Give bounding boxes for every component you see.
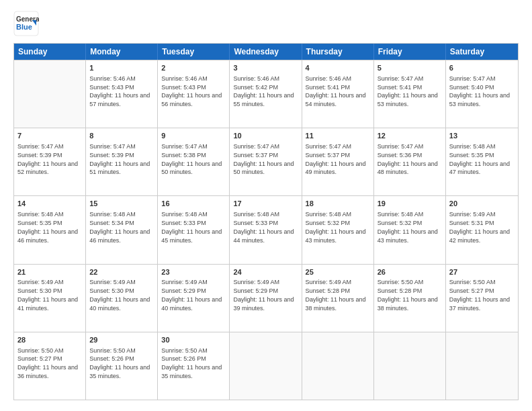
day-number: 6 <box>449 63 515 73</box>
day-number: 1 <box>89 63 154 73</box>
cal-cell-18: 18 Sunrise: 5:48 AMSunset: 5:32 PMDaylig… <box>302 196 374 263</box>
cal-cell-2: 2 Sunrise: 5:46 AMSunset: 5:43 PMDayligh… <box>158 60 230 128</box>
cal-cell-15: 15 Sunrise: 5:48 AMSunset: 5:34 PMDaylig… <box>86 196 158 263</box>
cell-info: Sunrise: 5:46 AMSunset: 5:42 PMDaylight:… <box>233 75 294 107</box>
cell-info: Sunrise: 5:47 AMSunset: 5:39 PMDaylight:… <box>17 143 78 175</box>
cal-row-2: 14 Sunrise: 5:48 AMSunset: 5:35 PMDaylig… <box>14 195 518 263</box>
day-number: 27 <box>449 267 515 277</box>
cell-info: Sunrise: 5:47 AMSunset: 5:38 PMDaylight:… <box>161 143 222 175</box>
cell-info: Sunrise: 5:50 AMSunset: 5:27 PMDaylight:… <box>449 279 510 311</box>
cal-cell-empty <box>14 60 86 128</box>
calendar-page: General Blue SundayMondayTuesdayWednesda… <box>0 0 532 411</box>
cal-cell-empty <box>302 332 374 400</box>
day-number: 18 <box>306 199 370 209</box>
header-day-sunday: Sunday <box>14 44 86 60</box>
cal-cell-21: 21 Sunrise: 5:49 AMSunset: 5:30 PMDaylig… <box>14 265 86 332</box>
cal-cell-empty <box>374 332 446 400</box>
cell-info: Sunrise: 5:48 AMSunset: 5:32 PMDaylight:… <box>378 211 438 243</box>
day-number: 22 <box>89 267 154 277</box>
cal-cell-19: 19 Sunrise: 5:48 AMSunset: 5:32 PMDaylig… <box>374 196 446 263</box>
header-day-monday: Monday <box>86 44 158 60</box>
day-number: 8 <box>89 131 154 141</box>
cell-info: Sunrise: 5:49 AMSunset: 5:28 PMDaylight:… <box>306 279 366 311</box>
day-number: 26 <box>378 267 442 277</box>
header-day-tuesday: Tuesday <box>158 44 230 60</box>
cell-info: Sunrise: 5:50 AMSunset: 5:26 PMDaylight:… <box>161 347 222 379</box>
cell-info: Sunrise: 5:48 AMSunset: 5:35 PMDaylight:… <box>17 211 78 243</box>
calendar-header: SundayMondayTuesdayWednesdayThursdayFrid… <box>14 44 518 60</box>
day-number: 4 <box>306 63 370 73</box>
cal-cell-13: 13 Sunrise: 5:48 AMSunset: 5:35 PMDaylig… <box>446 128 518 195</box>
header-day-wednesday: Wednesday <box>230 44 302 60</box>
cell-info: Sunrise: 5:46 AMSunset: 5:43 PMDaylight:… <box>161 75 222 107</box>
day-number: 16 <box>161 199 226 209</box>
cal-cell-26: 26 Sunrise: 5:50 AMSunset: 5:28 PMDaylig… <box>374 265 446 332</box>
cell-info: Sunrise: 5:48 AMSunset: 5:34 PMDaylight:… <box>89 211 150 243</box>
day-number: 3 <box>233 63 298 73</box>
cal-cell-1: 1 Sunrise: 5:46 AMSunset: 5:43 PMDayligh… <box>86 60 158 128</box>
cell-info: Sunrise: 5:49 AMSunset: 5:30 PMDaylight:… <box>89 279 150 311</box>
day-number: 20 <box>449 199 515 209</box>
cal-row-0: 1 Sunrise: 5:46 AMSunset: 5:43 PMDayligh… <box>14 60 518 128</box>
logo-icon: General Blue <box>13 11 39 36</box>
day-number: 19 <box>378 199 442 209</box>
cal-cell-29: 29 Sunrise: 5:50 AMSunset: 5:26 PMDaylig… <box>86 332 158 400</box>
cell-info: Sunrise: 5:48 AMSunset: 5:32 PMDaylight:… <box>306 211 366 243</box>
day-number: 24 <box>233 267 298 277</box>
cal-cell-28: 28 Sunrise: 5:50 AMSunset: 5:27 PMDaylig… <box>14 332 86 400</box>
cal-row-3: 21 Sunrise: 5:49 AMSunset: 5:30 PMDaylig… <box>14 264 518 332</box>
day-number: 30 <box>161 335 226 345</box>
day-number: 14 <box>17 199 82 209</box>
cell-info: Sunrise: 5:50 AMSunset: 5:27 PMDaylight:… <box>17 347 78 379</box>
header-day-saturday: Saturday <box>446 44 518 60</box>
cal-cell-empty <box>230 332 302 400</box>
cell-info: Sunrise: 5:47 AMSunset: 5:39 PMDaylight:… <box>89 143 150 175</box>
day-number: 10 <box>233 131 298 141</box>
cal-cell-12: 12 Sunrise: 5:47 AMSunset: 5:36 PMDaylig… <box>374 128 446 195</box>
cal-cell-16: 16 Sunrise: 5:48 AMSunset: 5:33 PMDaylig… <box>158 196 230 263</box>
day-number: 17 <box>233 199 298 209</box>
cell-info: Sunrise: 5:48 AMSunset: 5:33 PMDaylight:… <box>233 211 294 243</box>
cell-info: Sunrise: 5:46 AMSunset: 5:41 PMDaylight:… <box>306 75 366 107</box>
day-number: 28 <box>17 335 82 345</box>
cal-cell-9: 9 Sunrise: 5:47 AMSunset: 5:38 PMDayligh… <box>158 128 230 195</box>
day-number: 23 <box>161 267 226 277</box>
day-number: 12 <box>378 131 442 141</box>
cal-cell-5: 5 Sunrise: 5:47 AMSunset: 5:41 PMDayligh… <box>374 60 446 128</box>
cell-info: Sunrise: 5:47 AMSunset: 5:40 PMDaylight:… <box>449 75 510 107</box>
cal-cell-8: 8 Sunrise: 5:47 AMSunset: 5:39 PMDayligh… <box>86 128 158 195</box>
cal-cell-17: 17 Sunrise: 5:48 AMSunset: 5:33 PMDaylig… <box>230 196 302 263</box>
cal-row-1: 7 Sunrise: 5:47 AMSunset: 5:39 PMDayligh… <box>14 128 518 195</box>
cal-cell-23: 23 Sunrise: 5:49 AMSunset: 5:29 PMDaylig… <box>158 265 230 332</box>
day-number: 5 <box>378 63 442 73</box>
cell-info: Sunrise: 5:48 AMSunset: 5:35 PMDaylight:… <box>449 143 510 175</box>
day-number: 11 <box>306 131 370 141</box>
calendar-body: 1 Sunrise: 5:46 AMSunset: 5:43 PMDayligh… <box>14 60 518 400</box>
cal-cell-4: 4 Sunrise: 5:46 AMSunset: 5:41 PMDayligh… <box>302 60 374 128</box>
cal-cell-10: 10 Sunrise: 5:47 AMSunset: 5:37 PMDaylig… <box>230 128 302 195</box>
header: General Blue <box>13 11 519 36</box>
cal-cell-22: 22 Sunrise: 5:49 AMSunset: 5:30 PMDaylig… <box>86 265 158 332</box>
cal-row-4: 28 Sunrise: 5:50 AMSunset: 5:27 PMDaylig… <box>14 332 518 400</box>
cal-cell-empty <box>446 332 518 400</box>
calendar: SundayMondayTuesdayWednesdayThursdayFrid… <box>13 43 519 400</box>
logo: General Blue <box>13 11 39 36</box>
cell-info: Sunrise: 5:48 AMSunset: 5:33 PMDaylight:… <box>161 211 222 243</box>
cell-info: Sunrise: 5:49 AMSunset: 5:31 PMDaylight:… <box>449 211 510 243</box>
day-number: 21 <box>17 267 82 277</box>
cell-info: Sunrise: 5:47 AMSunset: 5:37 PMDaylight:… <box>306 143 366 175</box>
header-day-friday: Friday <box>374 44 446 60</box>
day-number: 9 <box>161 131 226 141</box>
day-number: 2 <box>161 63 226 73</box>
cal-cell-14: 14 Sunrise: 5:48 AMSunset: 5:35 PMDaylig… <box>14 196 86 263</box>
cell-info: Sunrise: 5:49 AMSunset: 5:29 PMDaylight:… <box>233 279 294 311</box>
day-number: 29 <box>89 335 154 345</box>
cal-cell-11: 11 Sunrise: 5:47 AMSunset: 5:37 PMDaylig… <box>302 128 374 195</box>
day-number: 15 <box>89 199 154 209</box>
cell-info: Sunrise: 5:49 AMSunset: 5:29 PMDaylight:… <box>161 279 222 311</box>
cell-info: Sunrise: 5:50 AMSunset: 5:26 PMDaylight:… <box>89 347 150 379</box>
cell-info: Sunrise: 5:47 AMSunset: 5:37 PMDaylight:… <box>233 143 294 175</box>
cal-cell-25: 25 Sunrise: 5:49 AMSunset: 5:28 PMDaylig… <box>302 265 374 332</box>
cal-cell-6: 6 Sunrise: 5:47 AMSunset: 5:40 PMDayligh… <box>446 60 518 128</box>
cell-info: Sunrise: 5:50 AMSunset: 5:28 PMDaylight:… <box>378 279 438 311</box>
